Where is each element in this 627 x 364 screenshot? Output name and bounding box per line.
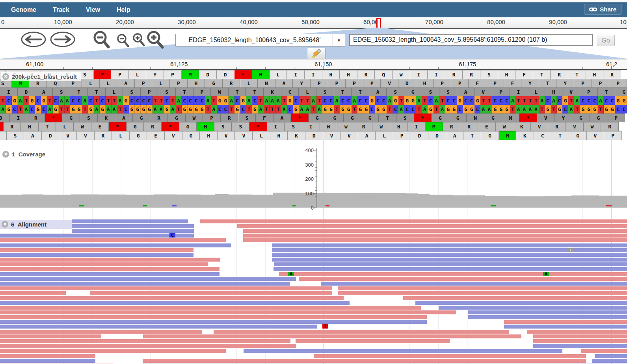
alignment-read-reverse[interactable] [0,359,95,363]
pan-right-button[interactable] [50,32,76,47]
mismatch-base[interactable]: A [288,272,294,276]
alignment-read-forward[interactable] [0,286,332,290]
highlight-tool-button[interactable] [307,48,326,59]
mismatch-base[interactable]: C [169,233,175,238]
alignment-read-reverse[interactable] [468,310,627,314]
alignment-read-reverse[interactable] [592,359,627,363]
dna-base-cell: T [527,96,533,105]
alignment-read-forward[interactable] [0,310,456,314]
alignment-read-forward[interactable] [0,306,421,310]
alignment-read-reverse[interactable] [72,219,188,223]
alignment-read-reverse[interactable] [0,320,427,324]
alignment-read-reverse[interactable] [0,234,194,238]
zoom-in-big-button[interactable] [145,30,166,50]
alignment-read-forward[interactable] [237,224,627,228]
refseq-dropdown-caret[interactable]: ▼ [333,34,345,46]
menu-track[interactable]: Track [47,6,75,13]
alignment-read-forward[interactable] [504,320,627,324]
alignment-read-forward[interactable] [90,291,332,295]
alignment-read-forward[interactable] [143,334,521,338]
close-track-icon[interactable]: ✕ [2,221,8,228]
alignment-read-forward[interactable] [243,234,627,238]
alignment-read-reverse[interactable] [272,258,627,262]
zoom-out-small-button[interactable] [115,33,130,49]
alignment-read-forward[interactable] [0,349,226,353]
alignment-read-forward[interactable] [533,339,627,343]
alignment-read-reverse[interactable] [0,243,231,247]
alignment-read-forward[interactable] [0,339,290,343]
detail-ruler[interactable]: 61,10061,12561,15061,17561,2 [0,59,627,70]
alignment-read-forward[interactable] [581,349,627,353]
mismatch-base[interactable]: ★ [567,248,573,252]
overview-position-marker[interactable] [376,18,381,30]
mismatch-base[interactable]: A [543,272,549,276]
alignment-read-forward[interactable] [299,277,627,281]
alignment-read-reverse[interactable] [72,229,194,233]
menu-genome[interactable]: Genome [6,6,42,13]
alignment-read-forward[interactable] [200,219,627,223]
alignment-read-reverse[interactable] [273,267,627,271]
menu-view[interactable]: View [80,6,106,13]
zoom-in-small-button[interactable] [131,32,146,48]
alignment-read-forward[interactable] [403,296,627,300]
alignment-read-forward[interactable] [214,330,509,334]
alignment-read-forward[interactable] [243,229,627,233]
alignment-read-reverse[interactable] [595,354,627,358]
zoom-out-big-button[interactable] [91,30,111,50]
alignment-read-reverse[interactable] [533,344,627,348]
alignment-read-reverse[interactable] [0,301,350,305]
refseq-dropdown[interactable]: EDGE_156032_length_100643_cov_5.895648' [175,34,334,46]
alignment-read-reverse[interactable] [272,243,627,247]
alignment-read-forward[interactable] [338,286,627,290]
close-track-icon[interactable]: ✕ [2,73,9,80]
alignment-read-forward[interactable] [0,258,220,262]
alignment-read-reverse[interactable] [0,272,220,276]
alignment-read-forward[interactable] [314,354,586,358]
alignment-read-reverse[interactable] [439,306,627,310]
alignment-read-reverse[interactable] [72,224,194,228]
alignment-read-reverse[interactable] [244,349,562,353]
track-label-coverage[interactable]: ✕ 1_Coverage [1,150,49,159]
alignment-read-reverse[interactable] [0,325,317,329]
alignment-read-forward[interactable] [0,296,344,300]
alignment-read-forward[interactable] [0,334,101,338]
alignment-read-reverse[interactable] [274,262,627,266]
pan-left-button[interactable] [20,32,47,47]
alignment-read-reverse[interactable] [0,253,193,257]
alignment-read-forward[interactable] [0,267,220,271]
alignment-read-forward[interactable] [0,291,66,295]
alignment-read-forward[interactable] [0,238,226,242]
alignment-read-forward[interactable] [338,291,627,295]
alignment-read-reverse[interactable] [0,282,290,286]
alignment-read-forward[interactable] [243,238,627,242]
alignment-read-reverse[interactable] [504,325,627,329]
share-button[interactable]: Share [584,4,621,15]
alignment-read-reverse[interactable] [272,253,627,257]
alignment-read-forward[interactable] [0,248,193,252]
track-label-blast-result[interactable]: ✕ 200k-pcc1_blast_result [1,72,81,81]
alignment-read-forward[interactable] [533,334,627,338]
dna-base-cell: C [562,105,568,113]
alignment-read-forward[interactable] [0,354,95,358]
menu-help[interactable]: Help [111,6,136,13]
alignment-read-forward[interactable] [279,272,627,276]
alignment-read-forward[interactable] [0,330,202,334]
go-button[interactable]: Go [597,35,615,46]
alignment-read-reverse[interactable] [321,282,627,286]
alignment-read-forward[interactable] [296,339,450,343]
alignment-read-forward[interactable] [0,344,296,348]
alignment-read-reverse[interactable] [415,301,627,305]
alignment-read-forward[interactable] [143,359,586,363]
alignment-read-forward[interactable] [0,315,427,319]
close-track-icon[interactable]: ✕ [2,151,9,158]
mismatch-base[interactable]: T [322,324,328,329]
overview-ruler[interactable]: 010,00020,00030,00040,00050,00060,00070,… [0,17,627,29]
amino-acid-cell: I [0,87,18,96]
track-label-alignment[interactable]: ✕ 6_Alignment [0,220,72,229]
alignment-read-forward[interactable] [527,330,627,334]
alignment-read-reverse[interactable] [272,248,627,252]
alignment-read-reverse[interactable] [468,315,627,319]
alignment-read-forward[interactable] [0,262,208,266]
alignment-read-reverse[interactable] [0,277,296,281]
location-search-input[interactable] [349,34,593,46]
